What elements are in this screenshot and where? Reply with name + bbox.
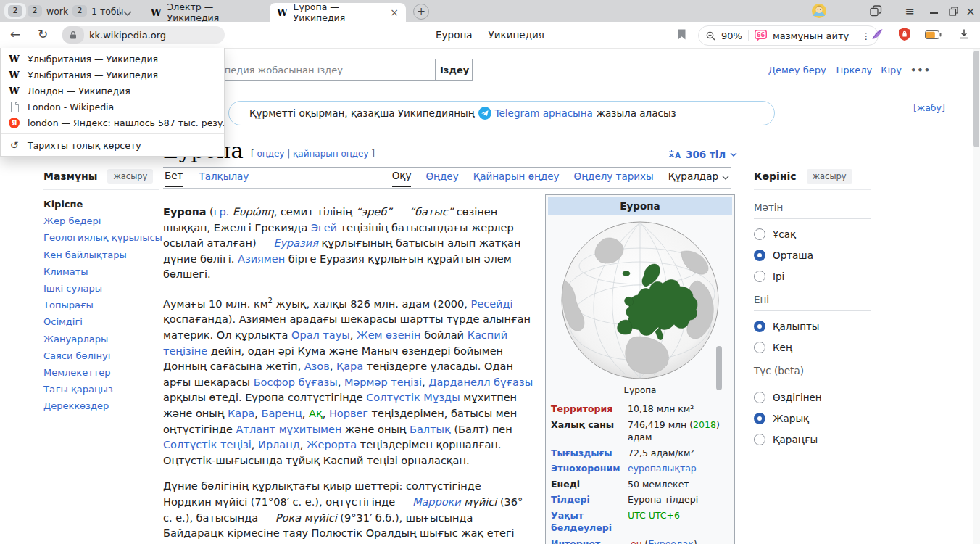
infobox-map[interactable]	[548, 215, 732, 384]
reload-icon[interactable]: ↻	[38, 27, 48, 41]
download-icon[interactable]	[958, 28, 970, 42]
title-edit-links[interactable]: [ өңдеу | қайнарын өңдеу ]	[251, 149, 375, 162]
toc-item[interactable]: Дереккөздер	[43, 397, 159, 414]
link[interactable]: Қара	[336, 360, 363, 372]
link[interactable]: Уақыт белдеулері	[551, 510, 612, 534]
new-tab-button[interactable]: +	[413, 4, 429, 20]
tab-europa-wikipedia[interactable]: W Еуропа — Уикипедия ×	[270, 3, 406, 22]
lock-icon[interactable]	[62, 26, 84, 44]
zoom-level[interactable]: 90%	[721, 30, 742, 41]
page-tab[interactable]: Құралдар	[668, 170, 729, 187]
toc-item[interactable]: Ішкі сулары	[43, 280, 159, 297]
link[interactable]: Солтүстік Мұзды	[366, 392, 460, 403]
link[interactable]: Азов	[304, 360, 330, 372]
login-link[interactable]: Кіру	[881, 65, 902, 75]
link[interactable]: Дарданелл бұғазы	[428, 376, 533, 388]
link[interactable]: Орал тауы	[291, 329, 350, 341]
tab-group-work[interactable]: 2 work	[28, 5, 68, 17]
radio-option[interactable]: Өздігінен	[754, 392, 871, 403]
page-tab[interactable]: Оқу	[392, 170, 412, 187]
page-tab[interactable]: Талқылау	[199, 170, 249, 187]
battery-icon[interactable]	[925, 30, 942, 41]
link[interactable]: Тығыздығы	[551, 448, 612, 458]
tab-electr-wikipedia[interactable]: W Электр — Уикипедия	[144, 3, 267, 22]
donate-link[interactable]: Демеу беру	[768, 65, 826, 75]
radio-option[interactable]: Жарық	[754, 413, 871, 424]
toc-item[interactable]: Топырағы	[43, 297, 159, 313]
content-scrollbar-thumb[interactable]	[716, 346, 722, 390]
zoom-out-icon[interactable]	[706, 31, 715, 41]
telegram-link[interactable]: Telegram арнасына	[495, 107, 593, 119]
side-panels-icon[interactable]	[867, 0, 884, 22]
radio-option[interactable]: Қалыпты	[754, 321, 871, 332]
link[interactable]: Территория	[551, 403, 612, 414]
link[interactable]: Тілдері	[551, 494, 590, 505]
link[interactable]: Норвег	[329, 408, 368, 419]
toc-item[interactable]: Тағы қараңыз	[43, 381, 159, 397]
radio-option[interactable]: Ірі	[754, 271, 871, 282]
back-icon[interactable]: ←	[10, 27, 20, 41]
suggestion-item[interactable]: London - Wikipedia	[1, 99, 224, 115]
link[interactable]: Эгей	[311, 222, 337, 234]
appearance-hide-button[interactable]: жасыру	[807, 169, 852, 184]
toc-item[interactable]: Геологиялық құрылысы	[43, 229, 159, 246]
link[interactable]: Солтүстік теңізі	[163, 439, 252, 450]
chevron-down-icon[interactable]	[123, 7, 132, 18]
toc-item[interactable]: Жер бедері	[43, 213, 159, 229]
link[interactable]: Ресейді	[471, 298, 513, 310]
link[interactable]: гр.	[214, 206, 229, 218]
suggestion-item[interactable]: WҰлыбритания — Уикипедия	[1, 67, 224, 83]
link[interactable]: қайнарын өңдеу	[293, 149, 368, 159]
radio-option[interactable]: Кең	[754, 342, 871, 353]
tab-group-1-toby[interactable]: 2 1 тобы	[72, 5, 123, 17]
toc-hide-button[interactable]: жасыру	[107, 169, 153, 184]
radio-option[interactable]: Қараңғы	[754, 434, 871, 445]
link[interactable]: еуропалықтар	[628, 463, 697, 474]
adblock-shield-icon[interactable]	[899, 28, 910, 43]
link[interactable]: Марроки	[412, 496, 461, 508]
tab-group-collapsed[interactable]: 2	[4, 3, 26, 19]
close-window-button[interactable]: ×	[963, 0, 979, 22]
radio-option[interactable]: Орташа	[754, 250, 871, 261]
suggestion-item[interactable]: WЛондон — Уикипедия	[1, 83, 224, 99]
toc-item[interactable]: Кен байлықтары	[43, 247, 159, 263]
link[interactable]: өңдеу	[257, 149, 284, 159]
toc-item[interactable]: Кіріспе	[43, 196, 159, 213]
link[interactable]: Баренц	[261, 408, 302, 419]
toc-item[interactable]: Өсімдігі	[43, 313, 159, 330]
pen-extension-icon[interactable]	[871, 28, 884, 42]
avatar[interactable]	[810, 0, 828, 22]
link[interactable]: Босфор бұғазы	[254, 376, 338, 388]
toc-item[interactable]: Жануарлары	[43, 331, 159, 347]
show-full-history-item[interactable]: ↺ Тарихты толық көрсету	[1, 133, 224, 153]
link[interactable]: Этнохороним	[551, 463, 620, 474]
menu-icon[interactable]: ≡	[902, 0, 918, 22]
link[interactable]: Азиямен	[238, 253, 285, 265]
link[interactable]: 2018	[693, 419, 716, 430]
page-scrollbar-thumb[interactable]	[973, 51, 979, 147]
link[interactable]: Балтық	[410, 424, 451, 435]
language-selector[interactable]: A 306 тіл	[668, 149, 737, 160]
toc-item[interactable]: Саяси бөлінуі	[43, 347, 159, 364]
banner-close-link[interactable]: [жабу]	[913, 102, 945, 113]
toc-item[interactable]: Климаты	[43, 263, 159, 280]
page-tab[interactable]: Өңдеу	[425, 170, 458, 187]
link[interactable]: Кара	[228, 408, 254, 419]
suggestion-item[interactable]: Яlondon — Яндекс: нашлось 587 тыс. резул…	[1, 115, 224, 131]
register-link[interactable]: Тіркелу	[835, 65, 873, 75]
page-tab[interactable]: Бет	[165, 170, 183, 187]
link[interactable]: Атлант мұхитымен	[236, 424, 342, 435]
link[interactable]: Жем өзенін	[357, 329, 421, 341]
close-icon[interactable]: ×	[390, 7, 399, 18]
suggestion-item[interactable]: WҰлыбритания — Уикипедия	[1, 51, 224, 67]
link[interactable]: Жерорта	[307, 439, 357, 450]
radio-option[interactable]: Ұсақ	[754, 228, 871, 240]
link[interactable]: Еуроодақ	[648, 538, 693, 544]
toc-item[interactable]: Мемлекеттер	[43, 364, 159, 381]
link[interactable]: UTC UTC+6	[628, 510, 680, 521]
wiki-search-input[interactable]	[194, 59, 436, 81]
address-bar[interactable]: kk.wikipedia.org	[62, 26, 225, 44]
link[interactable]: Ақ	[309, 408, 323, 419]
link[interactable]: Мәрмәр теңізі	[344, 376, 422, 388]
bookmark-icon[interactable]	[678, 29, 686, 42]
